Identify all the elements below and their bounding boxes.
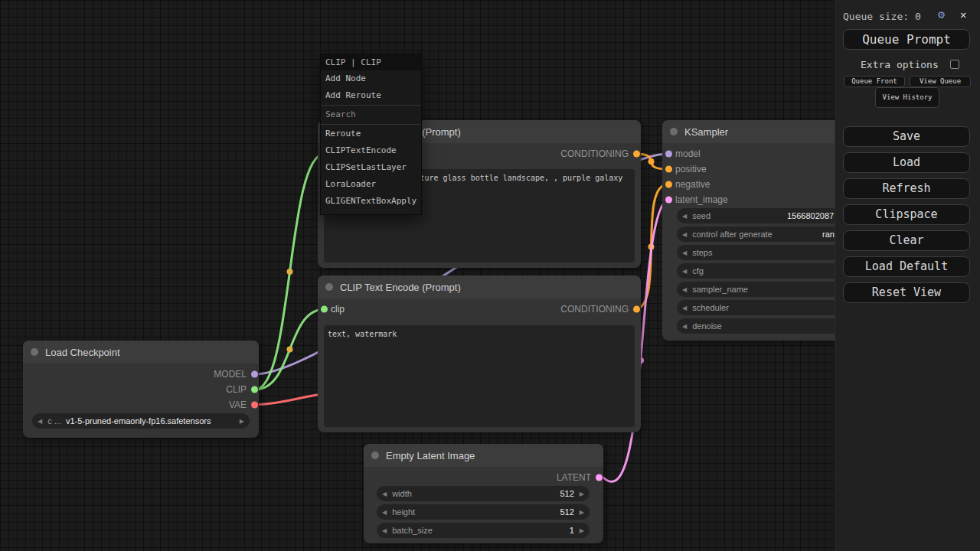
widget-label: c ... bbox=[47, 416, 61, 425]
output-row: LATENT bbox=[364, 470, 603, 485]
menu-separator bbox=[321, 105, 421, 106]
load-default-button[interactable]: Load Default bbox=[843, 256, 970, 277]
width-widget[interactable]: ◀ width 512 ▶ bbox=[377, 486, 590, 501]
clip-input-label: clip bbox=[331, 304, 345, 315]
prev-arrow-icon[interactable]: ◀ bbox=[377, 527, 392, 534]
widget-label: control after generate bbox=[692, 230, 773, 239]
prev-arrow-icon[interactable]: ◀ bbox=[677, 286, 692, 293]
extra-options-checkbox[interactable] bbox=[950, 60, 959, 69]
conditioning-output-label: CONDITIONING bbox=[560, 302, 629, 317]
extra-options-label: Extra options bbox=[861, 59, 939, 70]
output-row: CLIP bbox=[23, 382, 259, 397]
clipspace-button[interactable]: Clipspace bbox=[843, 204, 970, 225]
widget-value: 1566802087 bbox=[787, 211, 834, 220]
conditioning-output-label: CONDITIONING bbox=[560, 146, 629, 161]
queue-prompt-button[interactable]: Queue Prompt bbox=[843, 29, 970, 50]
widget-value: 512 bbox=[560, 489, 573, 498]
next-arrow-icon[interactable]: ▶ bbox=[574, 491, 590, 497]
save-button[interactable]: Save bbox=[843, 126, 970, 147]
clip-output-port[interactable] bbox=[251, 386, 258, 393]
node-title: Load Checkpoint bbox=[45, 347, 120, 358]
node-clip-text-encode-negative[interactable]: CLIP Text Encode (Prompt) clip CONDITION… bbox=[318, 276, 641, 432]
io-row: clip CONDITIONING bbox=[318, 302, 641, 317]
prev-arrow-icon[interactable]: ◀ bbox=[677, 213, 692, 220]
menu-item-add-node[interactable]: Add Node bbox=[321, 70, 421, 87]
node-load-checkpoint[interactable]: Load Checkpoint MODEL CLIP VAE ◀ c ... v… bbox=[23, 341, 259, 438]
latent-image-input-port[interactable] bbox=[665, 197, 672, 204]
widget-label: height bbox=[392, 507, 415, 517]
prev-arrow-icon[interactable]: ◀ bbox=[377, 509, 392, 516]
node-title: KSampler bbox=[684, 126, 728, 138]
vae-output-port[interactable] bbox=[251, 402, 258, 409]
menu-item-add-reroute[interactable]: Add Reroute bbox=[321, 87, 421, 104]
widget-label: sampler_name bbox=[692, 285, 748, 294]
model-input-port[interactable] bbox=[665, 151, 672, 158]
prompt-textarea[interactable]: text, watermark bbox=[324, 325, 635, 427]
comfyui-app[interactable]: { "colors": { "model": "#B39DDB", "clip"… bbox=[0, 0, 980, 551]
prev-arrow-icon[interactable]: ◀ bbox=[32, 418, 47, 425]
menu-item-reroute[interactable]: Reroute bbox=[321, 126, 421, 142]
view-history-button[interactable]: View History bbox=[875, 87, 939, 108]
load-button[interactable]: Load bbox=[843, 152, 970, 173]
widget-label: batch_size bbox=[392, 526, 433, 535]
conditioning-output-port[interactable] bbox=[633, 151, 640, 158]
queue-front-button[interactable]: Queue Front bbox=[844, 76, 905, 87]
prev-arrow-icon[interactable]: ◀ bbox=[677, 323, 692, 330]
menu-item-gligentextboxapply[interactable]: GLIGENTextBoxApply bbox=[321, 193, 421, 210]
widget-label: seed bbox=[692, 211, 710, 220]
latent-image-input-label: latent_image bbox=[675, 194, 728, 205]
collapse-toggle[interactable] bbox=[31, 348, 38, 356]
collapse-toggle[interactable] bbox=[325, 283, 333, 291]
vae-output-label: VAE bbox=[229, 399, 247, 410]
settings-gear-icon[interactable]: ⚙ bbox=[938, 8, 945, 21]
menu-item-cliptextencode[interactable]: CLIPTextEncode bbox=[321, 142, 421, 159]
context-menu-title: CLIP | CLIP bbox=[321, 54, 421, 70]
node-title-bar[interactable]: Empty Latent Image bbox=[364, 444, 603, 467]
menu-search-item[interactable]: Search bbox=[321, 106, 421, 123]
widget-label: scheduler bbox=[692, 303, 729, 312]
reset-view-button[interactable]: Reset View bbox=[843, 282, 970, 303]
next-arrow-icon[interactable]: ▶ bbox=[234, 418, 250, 425]
batch-size-widget[interactable]: ◀ batch_size 1 ▶ bbox=[377, 523, 590, 538]
collapse-toggle[interactable] bbox=[670, 128, 678, 135]
widget-value: ran bbox=[822, 230, 835, 239]
menu-panel: Queue size: 0 ⚙ ✕ Queue Prompt Extra opt… bbox=[835, 0, 980, 551]
menu-item-clipsetlastlayer[interactable]: CLIPSetLastLayer bbox=[321, 159, 421, 176]
model-output-port[interactable] bbox=[251, 371, 258, 378]
next-arrow-icon[interactable]: ▶ bbox=[574, 527, 590, 534]
node-title: Empty Latent Image bbox=[386, 450, 475, 461]
prev-arrow-icon[interactable]: ◀ bbox=[377, 491, 392, 497]
latent-output-port[interactable] bbox=[596, 474, 603, 481]
negative-input-port[interactable] bbox=[665, 181, 672, 188]
widget-label: cfg bbox=[692, 266, 704, 276]
node-title-bar[interactable]: CLIP Text Encode (Prompt) bbox=[318, 276, 641, 298]
model-output-label: MODEL bbox=[214, 369, 247, 380]
conditioning-output-port[interactable] bbox=[633, 306, 640, 313]
close-icon[interactable]: ✕ bbox=[960, 8, 966, 21]
height-widget[interactable]: ◀ height 512 ▶ bbox=[377, 504, 590, 520]
prev-arrow-icon[interactable]: ◀ bbox=[677, 305, 692, 311]
prev-arrow-icon[interactable]: ◀ bbox=[677, 249, 692, 256]
node-empty-latent-image[interactable]: Empty Latent Image LATENT ◀ width 512 ▶ … bbox=[364, 444, 603, 543]
output-row: VAE bbox=[23, 397, 259, 412]
clip-input-port[interactable] bbox=[321, 306, 328, 313]
widget-value: 512 bbox=[560, 507, 573, 517]
prev-arrow-icon[interactable]: ◀ bbox=[677, 231, 692, 238]
queue-size-label: Queue size: 0 bbox=[843, 11, 921, 22]
prev-arrow-icon[interactable]: ◀ bbox=[677, 268, 692, 275]
menu-separator bbox=[321, 124, 421, 125]
view-queue-button[interactable]: View Queue bbox=[910, 76, 971, 87]
next-arrow-icon[interactable]: ▶ bbox=[574, 509, 590, 516]
collapse-toggle[interactable] bbox=[371, 452, 379, 459]
positive-input-port[interactable] bbox=[665, 166, 672, 173]
refresh-button[interactable]: Refresh bbox=[843, 178, 970, 199]
ckpt-name-widget[interactable]: ◀ c ... v1-5-pruned-emaonly-fp16.safeten… bbox=[32, 413, 250, 429]
widget-value: v1-5-pruned-emaonly-fp16.safetensors bbox=[66, 416, 211, 425]
menu-item-loraloader[interactable]: LoraLoader bbox=[321, 176, 421, 193]
node-title-bar[interactable]: Load Checkpoint bbox=[23, 341, 259, 364]
clear-button[interactable]: Clear bbox=[843, 230, 970, 251]
positive-input-label: positive bbox=[675, 164, 707, 174]
model-input-label: model bbox=[675, 148, 701, 159]
widget-label: width bbox=[392, 489, 412, 498]
widget-label: steps bbox=[692, 248, 712, 257]
